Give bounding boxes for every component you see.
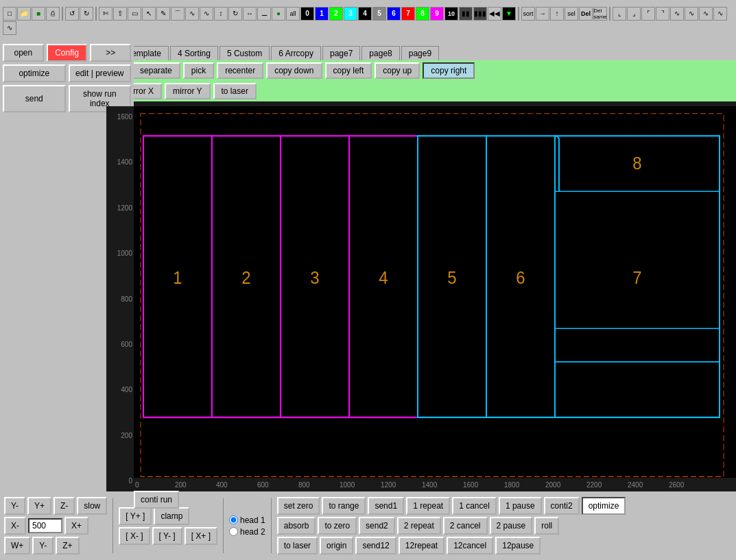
twelve-pause-button[interactable]: 12pause (495, 537, 541, 555)
all-icon[interactable]: all (286, 7, 300, 21)
one-pause-button[interactable]: 1 pause (499, 497, 542, 515)
pick-button[interactable]: pick (183, 62, 214, 79)
copy-down-button[interactable]: copy down (266, 62, 322, 79)
rect-select-icon[interactable]: ▭ (128, 7, 141, 21)
new-icon[interactable]: □ (3, 7, 16, 21)
speed-input[interactable] (28, 518, 62, 533)
mirror-y-button[interactable]: mirror Y (165, 83, 210, 99)
optimize-button[interactable]: optimize (3, 64, 66, 82)
to-laser-button[interactable]: to laser (213, 83, 257, 99)
curve4-icon[interactable]: ⌝ (656, 7, 669, 21)
absorb-button[interactable]: absorb (277, 517, 316, 535)
num5-icon[interactable]: 5 (372, 7, 386, 21)
arrow-button[interactable]: >> (90, 44, 131, 62)
to-laser-ctrl-button[interactable]: to laser (277, 537, 318, 555)
roll-button[interactable]: roll (534, 517, 559, 535)
tab-page9[interactable]: page9 (401, 46, 439, 60)
set-zero-button[interactable]: set zero (277, 497, 320, 515)
x-minus-button[interactable]: X- (4, 517, 26, 535)
twelve-cancel-button[interactable]: 12cancel (447, 537, 493, 555)
y-minus2-button[interactable]: Y- (32, 537, 54, 555)
pen-icon[interactable]: ✎ (156, 7, 170, 21)
sel-icon[interactable]: sel (565, 7, 578, 21)
tab-sorting[interactable]: 4 Sorting (170, 46, 218, 60)
conti2-button[interactable]: conti2 (544, 497, 580, 515)
conti-run-button[interactable]: conti run (134, 491, 179, 509)
two-repeat-button[interactable]: 2 repeat (397, 517, 441, 535)
to-range-button[interactable]: to range (322, 497, 366, 515)
num2-icon[interactable]: 2 (329, 7, 343, 21)
num1-icon[interactable]: 1 (315, 7, 329, 21)
separate-button[interactable]: separate (132, 62, 180, 79)
copy-up-button[interactable]: copy up (375, 62, 420, 79)
array-icon[interactable]: ⚊ (257, 7, 271, 21)
circle-icon[interactable]: ● (272, 7, 285, 21)
y-minus-button[interactable]: Y- (4, 497, 25, 515)
w-plus-button[interactable]: W+ (4, 537, 30, 555)
recenter-button[interactable]: recenter (217, 62, 263, 79)
twelve-repeat-button[interactable]: 12repeat (399, 537, 444, 555)
bar1-icon[interactable]: ▮▮ (459, 7, 473, 21)
head1-radio-label[interactable]: head 1 (229, 515, 265, 525)
head2-radio[interactable] (229, 527, 238, 536)
undo-icon[interactable]: ↺ (65, 7, 79, 21)
curve1-icon[interactable]: ⌞ (613, 7, 626, 21)
head2-radio-label[interactable]: head 2 (229, 527, 265, 537)
origin-button[interactable]: origin (320, 537, 353, 555)
move-icon[interactable]: ↕ (214, 7, 228, 21)
del-icon[interactable]: Del (579, 7, 593, 21)
redo-icon[interactable]: ↻ (80, 7, 93, 21)
x-minus-bracket-button[interactable]: [ X- ] (119, 527, 150, 545)
y-minus-bracket-button[interactable]: [ Y- ] (152, 527, 182, 545)
to-zero-button[interactable]: to zero (318, 517, 357, 535)
num10-icon[interactable]: 10 (444, 7, 458, 21)
cut-icon[interactable]: ✄ (99, 7, 112, 21)
curve3-icon[interactable]: ⌜ (641, 7, 655, 21)
z-plus-button[interactable]: Z+ (56, 537, 79, 555)
tab-custom[interactable]: 5 Custom (219, 46, 270, 60)
edit-preview-button[interactable]: edit | preview (69, 64, 132, 82)
smooth5-icon[interactable]: ∿ (3, 21, 16, 35)
slow-button[interactable]: slow (77, 497, 107, 515)
optimize-ctrl-button[interactable]: optimize (582, 497, 626, 515)
copy-right-button[interactable]: copy right (423, 62, 475, 79)
num3-icon[interactable]: 3 (344, 7, 357, 21)
open-icon[interactable]: 📁 (17, 7, 31, 21)
rotate-icon[interactable]: ↻ (228, 7, 242, 21)
spline-icon[interactable]: ∿ (200, 7, 213, 21)
smooth3-icon[interactable]: ∿ (699, 7, 713, 21)
send-button[interactable]: send (3, 85, 66, 112)
sort-icon[interactable]: sort (521, 7, 535, 21)
head1-radio[interactable] (229, 515, 238, 524)
num6-icon[interactable]: 6 (387, 7, 401, 21)
break-icon[interactable]: ↑ (550, 7, 564, 21)
config-button[interactable]: Config (47, 44, 88, 62)
tab-page7[interactable]: page7 (322, 46, 360, 60)
prev-icon[interactable]: ◀◀ (488, 7, 501, 21)
num7-icon[interactable]: 7 (401, 7, 415, 21)
bar2-icon[interactable]: ▮▮▮ (473, 7, 487, 21)
save-icon[interactable]: ■ (32, 7, 45, 21)
copy-left-button[interactable]: copy left (325, 62, 372, 79)
tab-arrcopy[interactable]: 6 Arrcopy (271, 46, 321, 60)
diagonal-icon[interactable]: ↖ (142, 7, 156, 21)
send12-button[interactable]: send12 (355, 537, 396, 555)
select-arrow-icon[interactable]: ⇧ (113, 7, 127, 21)
one-repeat-button[interactable]: 1 repeat (406, 497, 450, 515)
smooth1-icon[interactable]: ∿ (670, 7, 684, 21)
bezier-icon[interactable]: ∿ (185, 7, 199, 21)
num9-icon[interactable]: 9 (430, 7, 444, 21)
smooth4-icon[interactable]: ∿ (713, 7, 727, 21)
join-icon[interactable]: → (536, 7, 549, 21)
next-icon[interactable]: ▼ (502, 7, 516, 21)
scale-icon[interactable]: ↔ (243, 7, 257, 21)
canvas-area[interactable]: 1 2 3 4 5 6 7 8 (134, 106, 736, 491)
arc-icon[interactable]: ⌒ (171, 7, 185, 21)
open-button[interactable]: open (3, 44, 44, 62)
z-minus-top-button[interactable]: Z- (54, 497, 75, 515)
two-pause-button[interactable]: 2 pause (490, 517, 533, 535)
x-plus-bracket-button[interactable]: [ X+ ] (185, 527, 217, 545)
send1-button[interactable]: send1 (368, 497, 404, 515)
smooth2-icon[interactable]: ∿ (685, 7, 698, 21)
print-icon[interactable]: ⎙ (46, 7, 60, 21)
